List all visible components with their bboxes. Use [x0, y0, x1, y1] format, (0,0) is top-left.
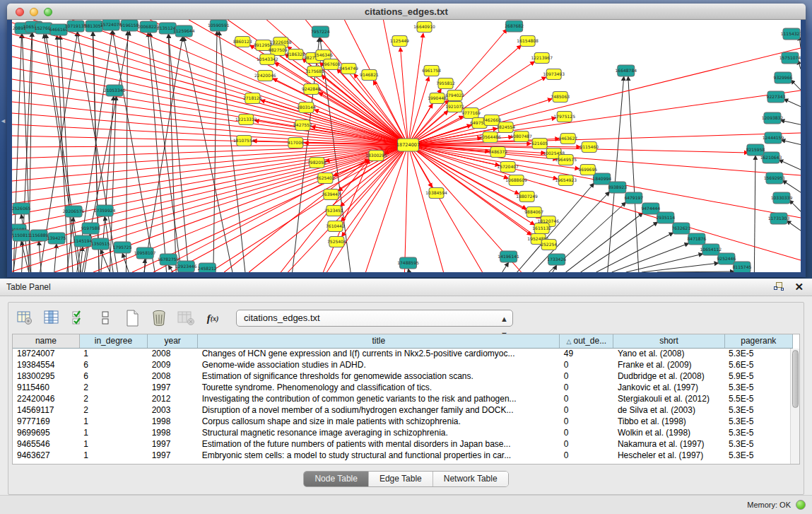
- delete-column-icon[interactable]: [150, 309, 168, 327]
- table-row[interactable]: 2242004622012Investigating the contribut…: [13, 393, 793, 404]
- svg-text:14196141: 14196141: [498, 254, 519, 259]
- row-height-icon[interactable]: [96, 309, 114, 327]
- svg-text:17975125: 17975125: [553, 114, 575, 119]
- svg-text:8471876: 8471876: [687, 236, 706, 241]
- svg-text:1145194: 1145194: [73, 238, 93, 243]
- column-header-year[interactable]: year: [148, 334, 198, 348]
- svg-text:16154808: 16154808: [517, 38, 539, 43]
- table-cell: 1: [79, 450, 147, 461]
- table-cell: 0: [560, 450, 613, 461]
- show-columns-icon[interactable]: [42, 309, 61, 327]
- table-row[interactable]: 1938455462009Genome-wide association stu…: [13, 359, 793, 370]
- table-row[interactable]: 1830029562008Estimation of significance …: [13, 370, 793, 382]
- svg-text:9197588: 9197588: [81, 226, 100, 230]
- svg-text:2803144: 2803144: [297, 105, 316, 110]
- memory-indicator-icon[interactable]: [796, 500, 806, 510]
- svg-text:2935114: 2935114: [656, 215, 675, 220]
- table-cell: 0: [560, 393, 613, 404]
- table-row[interactable]: 1872400712008Changes of HCN gene express…: [13, 348, 793, 359]
- close-panel-icon[interactable]: ✕: [794, 281, 804, 292]
- table-vertical-scrollbar[interactable]: [790, 349, 799, 464]
- tab-edge-table[interactable]: Edge Table: [369, 472, 433, 486]
- table-selector-dropdown[interactable]: citations_edges.txt ▲▼: [236, 310, 513, 327]
- float-panel-icon[interactable]: [774, 281, 784, 292]
- svg-text:9146821: 9146821: [360, 72, 379, 77]
- svg-text:18107554: 18107554: [233, 138, 255, 143]
- svg-text:23226058: 23226058: [270, 40, 292, 45]
- table-cell: 2: [79, 393, 147, 404]
- svg-text:7523451: 7523451: [324, 208, 343, 213]
- column-header-title[interactable]: title: [198, 334, 560, 348]
- table-cell: 1: [79, 348, 147, 359]
- svg-text:16640910: 16640910: [413, 24, 435, 29]
- table-cell: 5.3E-5: [724, 382, 792, 393]
- svg-text:1156889: 1156889: [30, 233, 49, 238]
- table-cell: 0: [560, 359, 613, 370]
- table-cell: 1997: [148, 438, 198, 450]
- table-row[interactable]: 977716911998Corpus callosum shape and si…: [13, 416, 793, 427]
- column-header-name[interactable]: name: [13, 334, 79, 348]
- svg-text:6961758: 6961758: [422, 68, 441, 73]
- svg-text:2718126: 2718126: [243, 95, 262, 100]
- svg-text:9196158: 9196158: [120, 23, 139, 28]
- table-cell: Estimation of significance thresholds fo…: [198, 370, 560, 382]
- svg-text:252254: 252254: [541, 242, 557, 247]
- table-cell: 0: [560, 416, 613, 427]
- svg-text:21053346: 21053346: [104, 88, 126, 93]
- table-cell: 0: [560, 438, 613, 450]
- window-titlebar[interactable]: citations_edges.txt: [7, 4, 806, 20]
- svg-text:10688609: 10688609: [505, 177, 527, 182]
- table-cell: 2003: [148, 404, 198, 416]
- svg-text:9242848: 9242848: [302, 86, 321, 91]
- svg-text:11154327: 11154327: [781, 31, 801, 36]
- tab-node-table[interactable]: Node Table: [304, 472, 369, 486]
- sort-ascending-icon: △: [567, 338, 572, 345]
- table-cell: 5.3E-5: [724, 438, 792, 450]
- table-row[interactable]: 911546021997Tourette syndrome. Phenomeno…: [13, 382, 793, 393]
- table-cell: 1: [79, 438, 147, 450]
- tab-network-table[interactable]: Network Table: [433, 472, 508, 486]
- panel-collapse-arrow[interactable]: ◄: [0, 113, 6, 129]
- table-cell: Genome-wide association studies in ADHD.: [198, 359, 560, 370]
- table-cell: 0: [560, 382, 613, 393]
- svg-text:7957224: 7957224: [311, 29, 330, 34]
- svg-text:16210643: 16210643: [760, 155, 782, 160]
- delete-table-icon[interactable]: [177, 309, 195, 327]
- citation-network-graph[interactable]: 2089140610653287152760264661601071913588…: [12, 20, 801, 272]
- svg-text:7632621: 7632621: [671, 226, 690, 230]
- function-builder-icon[interactable]: f(x): [204, 309, 222, 327]
- column-header-out_de[interactable]: △out_de...: [560, 334, 613, 348]
- svg-text:1150811: 1150811: [12, 233, 31, 238]
- svg-text:7982058: 7982058: [307, 160, 326, 165]
- svg-text:7525404: 7525404: [327, 239, 346, 244]
- table-cell: 0: [560, 404, 613, 416]
- table-cell: 9463627: [13, 450, 79, 461]
- table-mode-icon[interactable]: [16, 309, 34, 327]
- table-panel-titlebar: Table Panel ✕: [0, 279, 812, 296]
- table-cell: Stergiakouli et al. (2012): [613, 393, 724, 404]
- table-cell: 19384554: [13, 359, 79, 370]
- table-row[interactable]: 946554611997Estimation of the future num…: [13, 438, 793, 450]
- svg-text:18724007: 18724007: [396, 142, 420, 148]
- table-cell: 0: [560, 427, 613, 438]
- svg-text:15692951: 15692951: [764, 175, 786, 180]
- svg-text:10654112: 10654112: [700, 247, 722, 252]
- svg-text:8454749: 8454749: [339, 66, 358, 71]
- create-column-icon[interactable]: [123, 309, 141, 327]
- table-cell: 1: [79, 416, 147, 427]
- column-header-in_degree[interactable]: in_degree: [79, 334, 147, 348]
- table-cell: 5.3E-5: [724, 450, 792, 461]
- table-row[interactable]: 1456911722003Disruption of a novel membe…: [13, 404, 793, 416]
- scrollbar-thumb[interactable]: [792, 350, 799, 408]
- table-cell: Wolkin et al. (1998): [613, 427, 724, 438]
- network-canvas[interactable]: 2089140610653287152760264661601071913588…: [12, 20, 801, 272]
- desktop-background: ◄ citations_edges.txt 208914061065328715…: [0, 0, 812, 279]
- column-header-short[interactable]: short: [613, 334, 724, 348]
- table-row[interactable]: 946362711997Embryonic stem cells: a mode…: [13, 450, 793, 461]
- select-all-icon[interactable]: [69, 309, 88, 327]
- table-cell: 18300295: [13, 370, 79, 382]
- column-header-pagerank[interactable]: pagerank: [724, 334, 792, 348]
- svg-text:12213312: 12213312: [235, 117, 257, 122]
- table-row[interactable]: 969969511998Structural magnetic resonanc…: [13, 427, 793, 438]
- svg-text:12923446: 12923446: [175, 264, 197, 269]
